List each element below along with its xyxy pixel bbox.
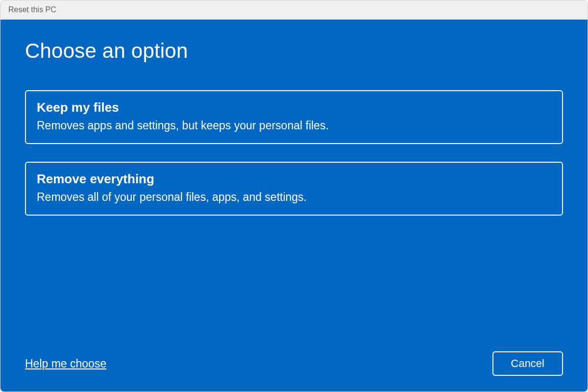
window-title: Reset this PC: [8, 5, 56, 14]
option-description: Removes apps and settings, but keeps you…: [37, 118, 551, 133]
options-list: Keep my files Removes apps and settings,…: [25, 90, 563, 216]
option-title: Keep my files: [37, 100, 551, 115]
reset-pc-window: Reset this PC Choose an option Keep my f…: [0, 0, 588, 392]
option-description: Removes all of your personal files, apps…: [37, 190, 551, 205]
titlebar: Reset this PC: [0, 0, 588, 20]
option-title: Remove everything: [37, 172, 551, 187]
cancel-button[interactable]: Cancel: [492, 351, 563, 376]
help-me-choose-link[interactable]: Help me choose: [25, 357, 106, 370]
keep-my-files-option[interactable]: Keep my files Removes apps and settings,…: [25, 90, 563, 144]
content-area: Choose an option Keep my files Removes a…: [0, 20, 588, 392]
footer: Help me choose Cancel: [25, 351, 563, 376]
page-title: Choose an option: [25, 39, 563, 63]
remove-everything-option[interactable]: Remove everything Removes all of your pe…: [25, 162, 563, 216]
